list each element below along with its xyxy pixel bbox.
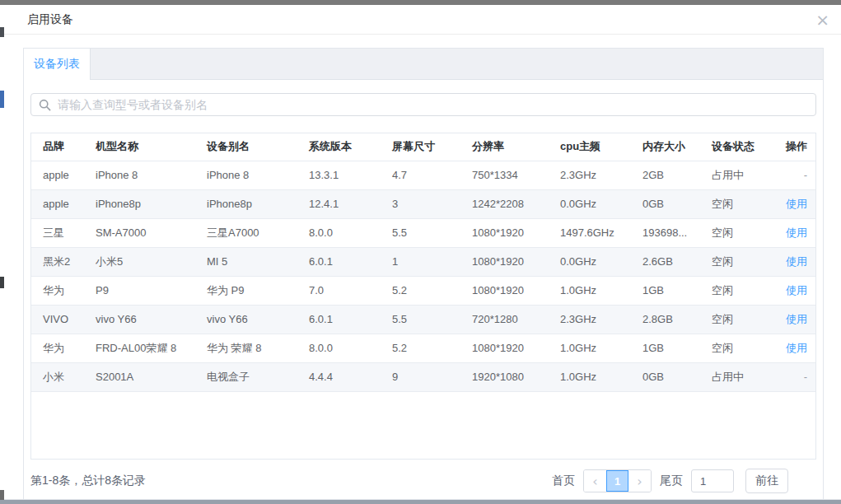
memory-cell: 2GB	[631, 161, 700, 189]
table-row: 小米S2001A电视盒子4.4.491920*10801.0GHz0GB占用中-	[31, 362, 815, 391]
brand-cell: 黑米2	[31, 247, 84, 276]
cpu-frequency-cell: 0.0GHz	[549, 189, 631, 218]
brand-cell: apple	[31, 161, 84, 189]
brand-cell: VIVO	[31, 305, 84, 334]
os-version-cell: 6.0.1	[297, 305, 381, 334]
device-list-card: 设备列表 品牌机型名称设备别名系统版本屏幕尺寸分	[23, 48, 824, 500]
resolution-cell: 1080*1920	[460, 218, 549, 247]
first-page-button[interactable]: 首页	[552, 474, 575, 488]
table-row: 华为P9华为 P97.05.21080*19201.0GHz1GB空闲使用	[31, 276, 815, 305]
table-row: VIVOvivo Y66vivo Y666.0.15.5720*12802.3G…	[31, 305, 815, 334]
screen-size-cell: 1	[381, 247, 460, 276]
table-header-row: 品牌机型名称设备别名系统版本屏幕尺寸分辨率cpu主频内存大小设备状态操作	[31, 133, 815, 161]
device-status-cell: 空闲	[700, 247, 779, 276]
model-name-cell: P9	[84, 276, 195, 305]
use-link[interactable]: 使用	[786, 255, 807, 268]
model-name-cell: FRD-AL00荣耀 8	[84, 334, 195, 362]
brand-cell: 小米	[31, 362, 84, 391]
go-button[interactable]: 前往	[745, 469, 788, 493]
use-link[interactable]: 使用	[786, 198, 807, 210]
screen-size-cell: 3	[381, 189, 460, 218]
action-cell: -	[779, 362, 815, 391]
os-version-cell: 8.0.0	[297, 218, 381, 247]
column-header: 设备别名	[195, 133, 297, 161]
cpu-frequency-cell: 1497.6GHz	[549, 218, 631, 247]
dialog-title: 启用设备	[27, 12, 73, 27]
pagination-bar: 第1-8条，总计8条记录 首页 ‹ 1 › 尾页 前往	[30, 468, 816, 494]
model-name-cell: 小米5	[84, 247, 195, 276]
page-number-input[interactable]	[691, 469, 734, 492]
cpu-frequency-cell: 2.3GHz	[549, 305, 631, 334]
screen-size-cell: 5.2	[381, 276, 460, 305]
device-status-cell: 占用中	[700, 362, 779, 391]
device-alias-cell: 电视盒子	[195, 362, 297, 391]
last-page-button[interactable]: 尾页	[660, 474, 683, 488]
enable-device-dialog: 启用设备 × 设备列表	[4, 5, 841, 500]
device-status-cell: 空闲	[700, 305, 779, 334]
device-alias-cell: 三星A7000	[195, 218, 297, 247]
resolution-cell: 720*1280	[460, 305, 549, 334]
memory-cell: 2.6GB	[631, 247, 700, 276]
action-cell: 使用	[779, 305, 815, 334]
model-name-cell: S2001A	[84, 362, 195, 391]
column-header: 机型名称	[84, 133, 195, 161]
column-header: 设备状态	[700, 133, 779, 161]
screen-size-cell: 4.7	[381, 161, 460, 189]
prev-page-icon[interactable]: ‹	[584, 470, 606, 492]
column-header: 品牌	[31, 133, 84, 161]
brand-cell: 三星	[31, 218, 84, 247]
pagination-summary: 第1-8条，总计8条记录	[30, 474, 552, 488]
device-alias-cell: iPhone8p	[195, 189, 297, 218]
next-page-icon[interactable]: ›	[628, 470, 651, 492]
device-alias-cell: 华为 P9	[195, 276, 297, 305]
column-header: 操作	[779, 133, 815, 161]
use-link[interactable]: 使用	[786, 313, 807, 325]
close-icon[interactable]: ×	[814, 12, 831, 28]
model-name-cell: SM-A7000	[84, 218, 195, 247]
screen-size-cell: 5.5	[381, 305, 460, 334]
table-row: 华为FRD-AL00荣耀 8华为 荣耀 88.0.05.21080*19201.…	[31, 334, 815, 362]
search-box[interactable]	[30, 93, 816, 116]
os-version-cell: 12.4.1	[297, 189, 381, 218]
cpu-frequency-cell: 1.0GHz	[549, 276, 631, 305]
screen-size-cell: 5.2	[381, 334, 460, 362]
resolution-cell: 1242*2208	[460, 189, 549, 218]
use-link[interactable]: 使用	[786, 284, 807, 296]
column-header: 屏幕尺寸	[381, 133, 460, 161]
search-input[interactable]	[58, 98, 808, 111]
memory-cell: 1GB	[631, 276, 700, 305]
device-status-cell: 空闲	[700, 276, 779, 305]
dialog-header: 启用设备 ×	[4, 5, 841, 35]
device-status-cell: 空闲	[700, 218, 779, 247]
device-alias-cell: 华为 荣耀 8	[195, 334, 297, 362]
model-name-cell: vivo Y66	[84, 305, 195, 334]
search-icon	[39, 99, 51, 111]
device-alias-cell: iPhone 8	[195, 161, 297, 189]
tab-bar: 设备列表	[24, 49, 823, 80]
resolution-cell: 1920*1080	[460, 362, 549, 391]
pager-controls: 首页 ‹ 1 › 尾页 前往	[552, 469, 788, 493]
action-cell: 使用	[779, 276, 815, 305]
tab-device-list[interactable]: 设备列表	[24, 49, 91, 80]
memory-cell: 2.8GB	[631, 305, 700, 334]
model-name-cell: iPhone 8	[84, 161, 195, 189]
memory-cell: 1GB	[631, 334, 700, 362]
cpu-frequency-cell: 0.0GHz	[549, 247, 631, 276]
background-page-bottom-bar	[0, 500, 841, 504]
use-link[interactable]: 使用	[786, 342, 807, 354]
cpu-frequency-cell: 1.0GHz	[549, 362, 631, 391]
use-link[interactable]: 使用	[786, 226, 807, 239]
table-row: appleiPhone8piPhone8p12.4.131242*22080.0…	[31, 189, 815, 218]
memory-cell: 0GB	[631, 189, 700, 218]
device-table: 品牌机型名称设备别名系统版本屏幕尺寸分辨率cpu主频内存大小设备状态操作 app…	[30, 133, 816, 460]
model-name-cell: iPhone8p	[84, 189, 195, 218]
memory-cell: 193698...	[631, 218, 700, 247]
device-alias-cell: vivo Y66	[195, 305, 297, 334]
resolution-cell: 1080*1920	[460, 247, 549, 276]
current-page-button[interactable]: 1	[606, 470, 628, 492]
no-action-dash: -	[804, 169, 807, 181]
brand-cell: apple	[31, 189, 84, 218]
resolution-cell: 750*1334	[460, 161, 549, 189]
table-row: 黑米2小米5MI 56.0.111080*19200.0GHz2.6GB空闲使用	[31, 247, 815, 276]
action-cell: 使用	[779, 189, 815, 218]
